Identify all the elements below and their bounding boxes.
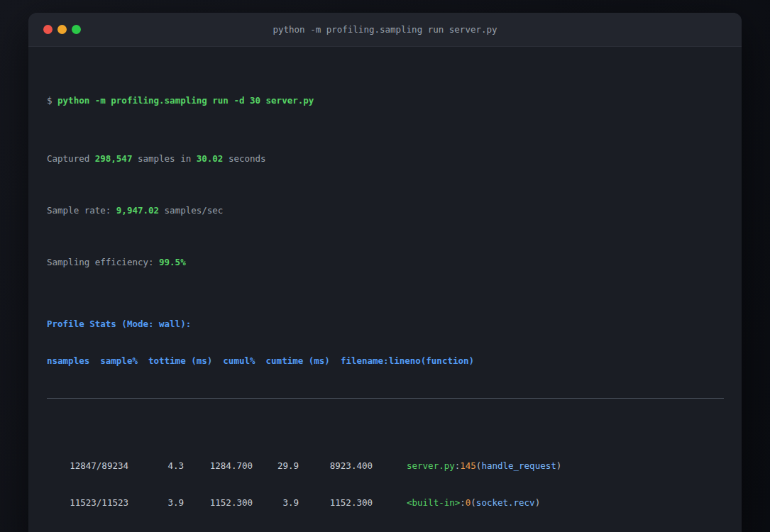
command-text: python -m profiling.sampling run -d 30 s…	[57, 95, 314, 106]
command-line: $ python -m profiling.sampling run -d 30…	[47, 94, 724, 107]
capture-label-3: seconds	[223, 153, 265, 164]
efficiency-label: Sampling efficiency:	[47, 257, 159, 267]
samples-count: 298,547	[95, 153, 133, 164]
efficiency-value: 99.5%	[159, 257, 186, 267]
stat-func: socket.recv	[476, 497, 535, 508]
paren-close: )	[556, 460, 562, 471]
shell-prompt: $	[47, 95, 57, 106]
stat-lineno: 145	[460, 460, 476, 471]
efficiency-line: Sampling efficiency: 99.5%	[47, 256, 724, 269]
sample-rate-unit: samples/sec	[159, 205, 223, 216]
stat-func: handle_request	[481, 460, 556, 471]
colon: :	[460, 497, 466, 508]
stat-file: <built-in>	[407, 497, 460, 508]
window-title: python -m profiling.sampling run server.…	[28, 24, 742, 35]
maximize-button[interactable]	[72, 25, 81, 34]
stats-row: 12847/892344.31284.70029.98923.400server…	[47, 460, 724, 472]
title-bar[interactable]: python -m profiling.sampling run server.…	[28, 13, 742, 47]
stat-sample-pct: 3.9	[128, 497, 184, 509]
capture-duration: 30.02	[197, 153, 224, 164]
stats-table: 12847/892344.31284.70029.98923.400server…	[47, 438, 724, 532]
stat-cumtime: 8923.400	[299, 460, 373, 472]
sample-rate-label: Sample rate:	[47, 205, 116, 216]
stat-tottime: 1152.300	[184, 497, 253, 509]
paren-close: )	[535, 497, 541, 508]
minimize-button[interactable]	[57, 25, 67, 34]
stat-file: server.py	[407, 460, 455, 471]
traffic-lights	[43, 25, 81, 34]
table-header-divider	[47, 398, 724, 399]
capture-label: Captured	[47, 153, 95, 164]
paren-open: (	[471, 497, 476, 508]
stat-cumul-pct: 29.9	[253, 460, 299, 472]
stat-nsamples: 12847/89234	[47, 460, 128, 472]
capture-label-2: samples in	[132, 153, 196, 164]
stats-row: 11523/115233.91152.3003.91152.300<built-…	[47, 497, 724, 509]
terminal-output: $ python -m profiling.sampling run -d 30…	[28, 47, 742, 532]
stat-sample-pct: 4.3	[128, 460, 184, 472]
stat-cumul-pct: 3.9	[253, 497, 299, 509]
sample-rate-value: 9,947.02	[116, 205, 159, 216]
sample-rate-line: Sample rate: 9,947.02 samples/sec	[47, 204, 724, 217]
close-button[interactable]	[43, 25, 53, 34]
stat-cumtime: 1152.300	[299, 497, 373, 509]
stats-table-header: nsamples sample% tottime (ms) cumul% cum…	[47, 355, 724, 367]
capture-summary-line: Captured 298,547 samples in 30.02 second…	[47, 153, 724, 165]
stat-location: server.py:145(handle_request)	[373, 460, 561, 472]
stat-nsamples: 11523/11523	[47, 497, 128, 509]
stat-location: <built-in>:0(socket.recv)	[373, 497, 540, 509]
terminal-window: python -m profiling.sampling run server.…	[28, 13, 742, 532]
stat-tottime: 1284.700	[184, 460, 253, 472]
profile-stats-title: Profile Stats (Mode: wall):	[47, 318, 724, 331]
